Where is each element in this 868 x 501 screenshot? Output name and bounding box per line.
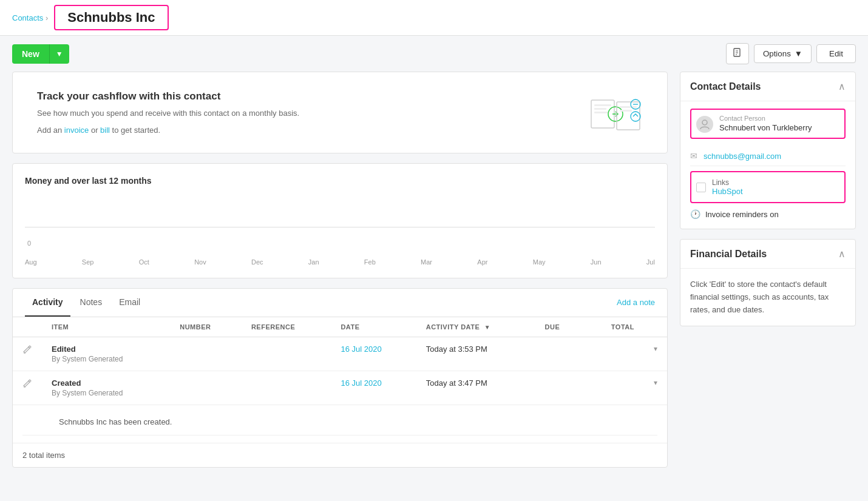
bill-link[interactable]: bill [100,126,110,135]
reference-cell [242,337,331,371]
contact-details-body: Contact Person Schnubert von Turkleberry… [680,101,855,229]
created-note: Schnubbs Inc has been created. [22,412,657,435]
links-row: Links HubSpot [690,171,846,203]
cashflow-title: Track your cashflow with this contact [37,90,299,103]
chart-labels: Aug Sep Oct Nov Dec Jan Feb Mar Apr May … [25,256,655,266]
cashflow-links: Add an invoice or bill to get started. [37,126,299,135]
chart-label-feb: Feb [364,258,376,266]
svg-rect-4 [591,100,614,128]
date-cell-2: 16 Jul 2020 [331,371,416,405]
tab-notes[interactable]: Notes [73,289,110,317]
chart-label-jun: Jun [591,258,602,266]
item-name-cell-2: Created By System Generated [42,371,170,405]
tab-activity[interactable]: Activity [25,289,70,317]
chart-label-jan: Jan [308,258,319,266]
due-cell-2 [535,371,584,405]
chart-label-sep: Sep [82,258,94,266]
col-number: NUMBER [170,317,242,337]
cashflow-link-or: or [89,126,100,135]
chart-svg [25,195,655,238]
chart-label-jul: Jul [646,258,655,266]
new-dropdown-button[interactable]: ▼ [49,44,69,64]
main-layout: Track your cashflow with this contact Se… [0,72,868,480]
item-sub-2: By System Generated [52,389,160,397]
col-date: DATE [331,317,416,337]
clock-icon: 🕐 [690,209,700,219]
cashflow-text: Track your cashflow with this contact Se… [37,90,299,135]
edit-button[interactable]: Edit [816,44,856,63]
toolbar-right: Options ▼ Edit [726,43,856,64]
chart-label-nov: Nov [194,258,206,266]
item-name: Edited [52,345,160,354]
cashflow-illustration [588,91,643,133]
number-cell [170,337,242,371]
links-checkbox[interactable] [696,183,706,192]
options-button[interactable]: Options ▼ [754,44,812,63]
due-cell [535,337,584,371]
financial-description: Click 'Edit' to store the contact's defa… [690,276,846,318]
contact-details-collapse-icon[interactable]: ∧ [838,81,846,92]
pencil-icon-2 [22,378,32,388]
chart-title: Money and over last 12 months [25,176,655,186]
avatar [696,116,713,133]
contact-person-info: Contact Person Schnubert von Turkleberry [719,115,839,132]
financial-details-body: Click 'Edit' to store the contact's defa… [680,269,855,326]
item-name-cell: Edited By System Generated [42,337,170,371]
sort-arrow-icon: ▼ [484,324,490,331]
svg-point-18 [702,120,707,125]
links-info: Links HubSpot [712,178,743,196]
email-icon: ✉ [690,151,697,161]
item-sub: By System Generated [52,355,160,363]
tab-email[interactable]: Email [112,289,147,317]
financial-details-header: Financial Details ∧ [680,240,855,269]
svg-rect-5 [594,104,611,106]
email-link[interactable]: schnubbs@gmail.com [704,152,781,161]
svg-point-14 [631,112,640,121]
chart-area: 0 [25,195,655,256]
dropdown-cell[interactable]: ▾ [644,337,667,371]
chart-label-zero: 0 [27,240,31,247]
chart-label-may: May [533,258,546,266]
person-icon [699,119,710,130]
col-activity-date[interactable]: ACTIVITY DATE ▼ [416,317,535,337]
col-icon [13,317,42,337]
cashflow-link-prefix: Add an [37,126,64,135]
sidebar: Contact Details ∧ Contact Person Schnube… [680,72,856,468]
edit-icon-cell [13,337,42,371]
reminders-label: Invoice reminders on [705,210,779,219]
company-title: Schnubbs Inc [67,10,155,25]
created-note-row: Schnubbs Inc has been created. [13,405,667,443]
activity-tabs: Activity Notes Email Add a note [13,289,667,317]
email-row: ✉ schnubbs@gmail.com [690,146,846,166]
add-note-button[interactable]: Add a note [617,289,655,315]
financial-details-collapse-icon[interactable]: ∧ [838,248,846,260]
activity-date-cell: Today at 3:53 PM [416,337,535,371]
breadcrumb[interactable]: Contacts [12,13,48,22]
content-area: Track your cashflow with this contact Se… [12,72,668,468]
activity-date-cell-2: Today at 3:47 PM [416,371,535,405]
company-title-box: Schnubbs Inc [54,5,168,30]
col-item: ITEM [42,317,170,337]
hubspot-link[interactable]: HubSpot [712,187,743,196]
created-note-cell: Schnubbs Inc has been created. [13,405,667,443]
toolbar: New ▼ Options ▼ Edit [0,36,868,72]
invoice-link[interactable]: invoice [64,126,89,135]
date-cell: 16 Jul 2020 [331,337,416,371]
links-label: Links [712,178,743,187]
item-name-2: Created [52,378,160,388]
financial-details-title: Financial Details [690,249,767,260]
dropdown-cell-2[interactable]: ▾ [644,371,667,405]
document-icon [733,48,742,58]
options-dropdown-icon: ▼ [795,49,802,58]
svg-rect-7 [594,112,609,113]
chart-label-dec: Dec [251,258,263,266]
document-icon-button[interactable] [726,43,749,64]
col-total: TOTAL [584,317,644,337]
total-items: 2 total items [13,443,667,467]
contact-person-name: Schnubert von Turkleberry [719,123,839,132]
chart-label-oct: Oct [139,258,149,266]
cashflow-icon [588,91,643,133]
reminders-row: 🕐 Invoice reminders on [690,203,846,221]
new-button[interactable]: New [12,44,49,64]
contact-details-header: Contact Details ∧ [680,72,855,101]
